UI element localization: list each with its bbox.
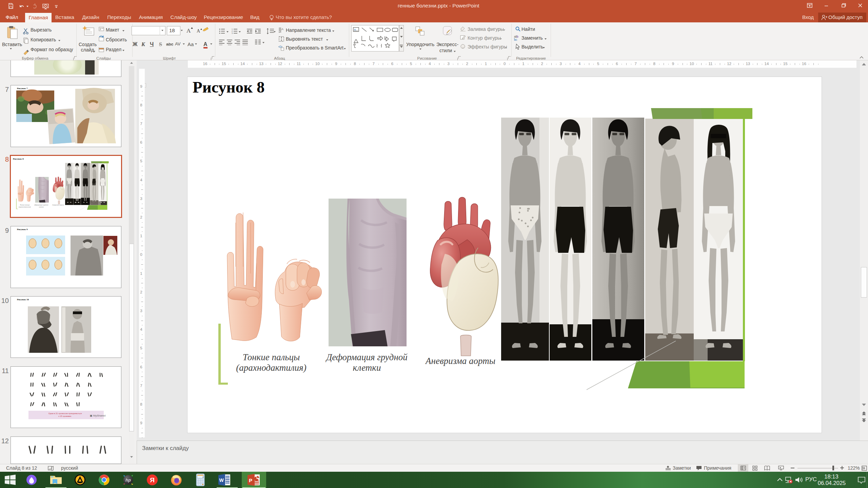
svg-text:Деформация грудной: Деформация грудной: [34, 204, 48, 206]
svg-text:Одна в 21 хромосом приедняютьс: Одна в 21 хромосом приедняються: [48, 412, 82, 414]
svg-text:Я: Я: [150, 476, 155, 484]
svg-text:клетки: клетки: [39, 206, 44, 208]
svg-text:Тонкие пальцы: Тонкие пальцы: [20, 204, 30, 206]
svg-text:к 15 хромами.: к 15 хромами.: [59, 415, 72, 417]
svg-text:(арахнодактилия): (арахнодактилия): [19, 206, 31, 208]
svg-text:hp: hp: [125, 477, 131, 483]
svg-text:W: W: [219, 477, 224, 483]
svg-text:ac: ac: [514, 38, 517, 41]
svg-text:3: 3: [232, 32, 233, 34]
svg-text:▣ MyShared: ▣ MyShared: [90, 414, 105, 417]
svg-text:P: P: [249, 477, 252, 483]
svg-text:Аневризма аорты: Аневризма аорты: [52, 204, 64, 206]
svg-text:A: A: [281, 27, 283, 31]
